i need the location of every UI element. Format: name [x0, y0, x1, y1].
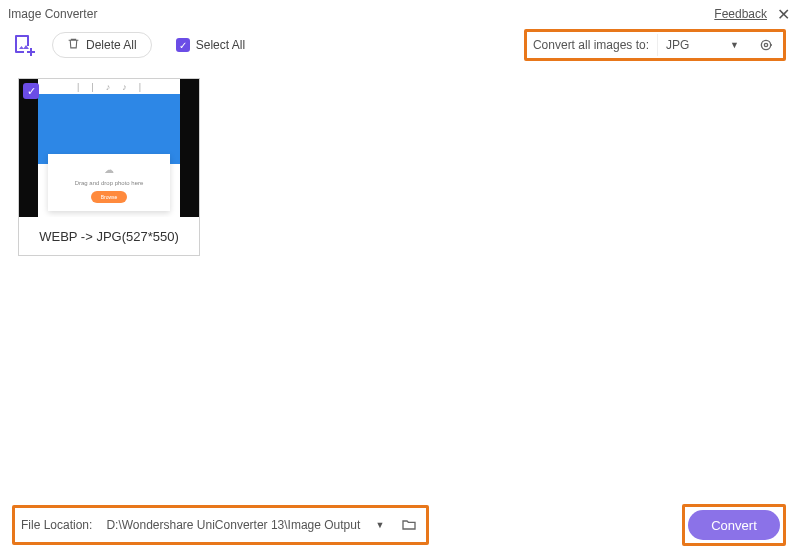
select-all-label: Select All	[196, 38, 245, 52]
svg-point-1	[764, 43, 767, 46]
svg-point-0	[761, 40, 770, 49]
convert-format-panel: Convert all images to: JPG ▼	[524, 29, 786, 61]
output-format-select[interactable]: JPG ▼	[657, 34, 747, 56]
thumbnail-inner-button: Browse	[91, 191, 128, 203]
convert-to-label: Convert all images to:	[533, 38, 649, 52]
file-location-select[interactable]: D:\Wondershare UniConverter 13\Image Out…	[100, 513, 390, 537]
file-location-panel: File Location: D:\Wondershare UniConvert…	[12, 505, 429, 545]
chevron-down-icon: ▼	[730, 40, 739, 50]
delete-all-button[interactable]: Delete All	[52, 32, 152, 58]
convert-button-wrap: Convert	[682, 504, 786, 546]
thumbnail-inner-text: Drag and drop photo here	[75, 180, 144, 186]
image-grid: ✓ ||♪♪| ☁ Drag and drop photo here Brows…	[18, 78, 786, 490]
add-image-icon[interactable]	[12, 32, 36, 59]
trash-icon	[67, 37, 80, 53]
close-icon[interactable]: ✕	[777, 5, 790, 24]
image-item[interactable]: ✓ ||♪♪| ☁ Drag and drop photo here Brows…	[18, 78, 200, 256]
thumbnail-preview: ✓ ||♪♪| ☁ Drag and drop photo here Brows…	[19, 79, 199, 217]
delete-all-label: Delete All	[86, 38, 137, 52]
output-format-value: JPG	[666, 38, 689, 52]
feedback-link[interactable]: Feedback	[714, 7, 767, 21]
upload-icon: ☁	[104, 164, 114, 175]
file-location-label: File Location:	[21, 518, 92, 532]
checkbox-checked-icon: ✓	[176, 38, 190, 52]
item-checkbox[interactable]: ✓	[23, 83, 39, 99]
convert-button[interactable]: Convert	[688, 510, 780, 540]
select-all-checkbox[interactable]: ✓ Select All	[176, 38, 245, 52]
chevron-down-icon: ▼	[375, 520, 384, 530]
image-caption: WEBP -> JPG(527*550)	[19, 217, 199, 255]
settings-button[interactable]	[755, 34, 777, 56]
app-title: Image Converter	[8, 7, 97, 21]
open-folder-button[interactable]	[398, 514, 420, 536]
file-location-path: D:\Wondershare UniConverter 13\Image Out…	[106, 518, 360, 532]
